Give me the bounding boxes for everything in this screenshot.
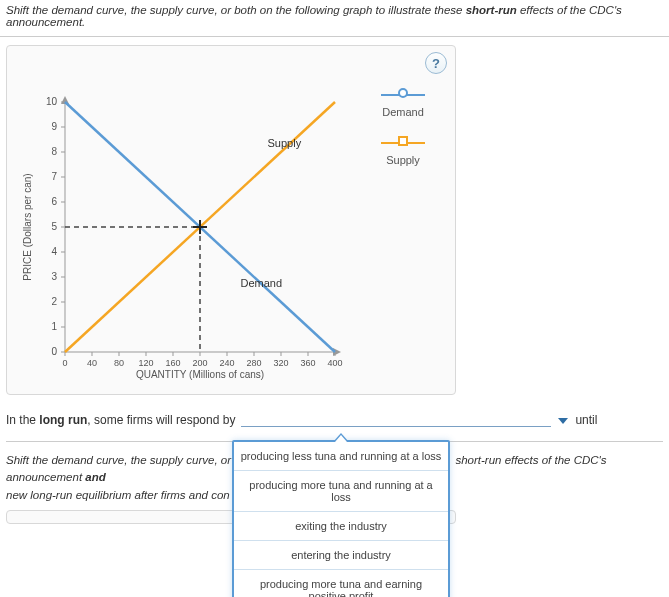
svg-text:400: 400 (327, 358, 342, 368)
sentence-after: until (575, 413, 597, 427)
legend-label-demand: Demand (382, 106, 424, 118)
svg-text:240: 240 (219, 358, 234, 368)
svg-text:0: 0 (51, 346, 57, 357)
svg-text:5: 5 (51, 221, 57, 232)
graph-card: ? 012345678910 0408012016020024028032036… (6, 45, 456, 395)
svg-text:120: 120 (138, 358, 153, 368)
chart-svg[interactable]: 012345678910 040801201602002402803203604… (15, 82, 355, 382)
label-demand: Demand (241, 277, 283, 289)
dropdown-option[interactable]: exiting the industry (234, 512, 448, 524)
cut-line1-pre: Shift the demand curve, the supply curve… (6, 454, 231, 466)
svg-text:8: 8 (51, 146, 57, 157)
svg-text:40: 40 (87, 358, 97, 368)
svg-text:280: 280 (246, 358, 261, 368)
dropdown-pointer-icon (333, 433, 349, 442)
svg-text:160: 160 (165, 358, 180, 368)
plot-area: 012345678910 040801201602002402803203604… (15, 82, 447, 382)
instruction-bold: short-run (466, 4, 517, 16)
svg-text:0: 0 (62, 358, 67, 368)
legend-item-demand[interactable]: Demand (373, 88, 433, 118)
svg-text:7: 7 (51, 171, 57, 182)
answer-blank[interactable] (241, 413, 551, 427)
svg-text:4: 4 (51, 246, 57, 257)
svg-text:6: 6 (51, 196, 57, 207)
svg-text:10: 10 (46, 96, 58, 107)
dropdown-toggle-icon[interactable] (558, 418, 568, 424)
help-button[interactable]: ? (425, 52, 447, 74)
dropdown-option[interactable]: producing more tuna and running at a los… (234, 471, 448, 512)
cut-line1-post-bold: and (85, 471, 105, 483)
svg-text:200: 200 (192, 358, 207, 368)
svg-text:2: 2 (51, 296, 57, 307)
fill-sentence: In the long run, some firms will respond… (6, 413, 663, 427)
instruction-pre: Shift the demand curve, the supply curve… (6, 4, 466, 16)
legend: Demand Supply (373, 88, 433, 184)
svg-text:320: 320 (273, 358, 288, 368)
svg-text:3: 3 (51, 271, 57, 282)
dropdown-menu: producing less tuna and running at a los… (232, 440, 450, 524)
x-axis-label: QUANTITY (Millions of cans) (136, 369, 264, 380)
label-supply: Supply (268, 137, 302, 149)
sentence-bold: long run (39, 413, 87, 427)
svg-text:360: 360 (300, 358, 315, 368)
sentence-mid: , some firms will respond by (87, 413, 235, 427)
dropdown-option[interactable]: producing less tuna and running at a los… (234, 442, 448, 471)
sentence-pre: In the (6, 413, 39, 427)
help-icon: ? (432, 56, 440, 71)
cut-line2: new long-run equilibrium after firms and… (6, 489, 230, 501)
svg-text:80: 80 (114, 358, 124, 368)
legend-item-supply[interactable]: Supply (373, 136, 433, 166)
instruction-text: Shift the demand curve, the supply curve… (0, 0, 669, 37)
svg-text:1: 1 (51, 321, 57, 332)
y-axis-label: PRICE (Dollars per can) (22, 173, 33, 280)
svg-text:9: 9 (51, 121, 57, 132)
legend-label-supply: Supply (386, 154, 420, 166)
